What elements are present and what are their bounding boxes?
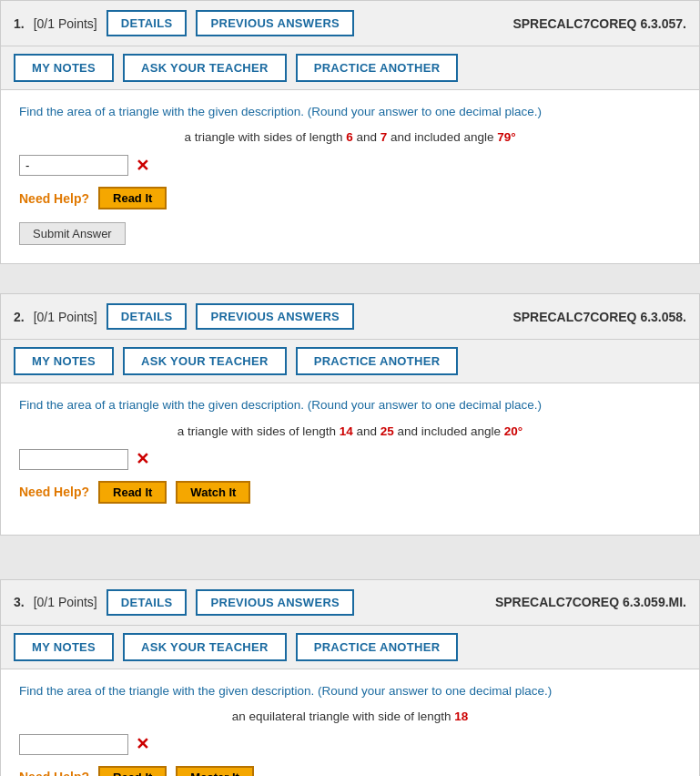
details-button-1[interactable]: DETAILS	[107, 10, 188, 36]
side2-1: 7	[380, 130, 388, 144]
question-1-points: [0/1 Points]	[34, 16, 97, 31]
side2-2: 25	[380, 424, 394, 438]
answer-input-3[interactable]	[19, 734, 128, 755]
submit-row-1: Submit Answer	[19, 222, 681, 245]
practice-another-button-1[interactable]: PRACTICE ANOTHER	[296, 54, 459, 82]
previous-answers-button-3[interactable]: PREVIOUS ANSWERS	[196, 589, 354, 616]
need-help-label-3: Need Help?	[19, 770, 89, 776]
problem-id-1: SPRECALC7COREQ 6.3.057.	[512, 16, 686, 31]
question-2-number: 2.	[14, 310, 25, 324]
wrong-mark-3: ✕	[136, 734, 149, 754]
read-it-button-1[interactable]: Read It	[98, 187, 167, 209]
previous-answers-button-2[interactable]: PREVIOUS ANSWERS	[196, 303, 354, 330]
ask-teacher-button-2[interactable]: ASK YOUR TEACHER	[123, 347, 287, 375]
separator-1	[0, 279, 700, 293]
question-2-header: 2. [0/1 Points] DETAILS PREVIOUS ANSWERS…	[1, 294, 699, 340]
problem-body-2: Find the area of a triangle with the giv…	[1, 383, 699, 534]
question-3-points: [0/1 Points]	[34, 595, 97, 609]
need-help-row-3: Need Help? Read It Master It	[19, 766, 681, 776]
need-help-row-2: Need Help? Read It Watch It	[19, 481, 681, 504]
practice-another-button-2[interactable]: PRACTICE ANOTHER	[296, 347, 459, 375]
problem-body-3: Find the area of the triangle with the g…	[1, 669, 699, 777]
ask-teacher-button-3[interactable]: ASK YOUR TEACHER	[123, 633, 287, 661]
angle-2: 20°	[504, 424, 522, 438]
and-text-1: and	[357, 130, 380, 144]
triangle-desc-label-3: an equilateral triangle with side of len…	[232, 710, 455, 723]
question-1-number: 1.	[14, 16, 25, 31]
problem-text-2: Find the area of a triangle with the giv…	[19, 396, 681, 414]
answer-row-3: ✕	[19, 734, 681, 755]
triangle-desc-1: a triangle with sides of length 6 and 7 …	[19, 130, 681, 144]
question-3-number: 3.	[14, 595, 25, 609]
separator-2	[0, 550, 700, 565]
need-help-label-1: Need Help?	[19, 191, 89, 206]
submit-button-1[interactable]: Submit Answer	[19, 222, 126, 245]
problem-id-2: SPRECALC7COREQ 6.3.058.	[512, 310, 686, 324]
watch-it-button-2[interactable]: Watch It	[176, 481, 250, 504]
master-it-button-3[interactable]: Master It	[176, 766, 253, 776]
action-bar-2: MY NOTES ASK YOUR TEACHER PRACTICE ANOTH…	[1, 340, 699, 383]
answer-row-1: ✕	[19, 155, 681, 176]
side-eq-3: 18	[454, 710, 468, 723]
need-help-row-1: Need Help? Read It	[19, 187, 681, 209]
triangle-desc-label-1: a triangle with sides of length	[184, 130, 346, 144]
previous-answers-button-1[interactable]: PREVIOUS ANSWERS	[196, 10, 354, 36]
question-3: 3. [0/1 Points] DETAILS PREVIOUS ANSWERS…	[0, 579, 700, 777]
wrong-mark-2: ✕	[136, 449, 149, 469]
problem-body-1: Find the area of a triangle with the giv…	[1, 90, 699, 263]
answer-input-2[interactable]	[19, 449, 128, 470]
angle-label-1: and included angle	[391, 130, 497, 144]
details-button-3[interactable]: DETAILS	[107, 589, 188, 616]
ask-teacher-button-1[interactable]: ASK YOUR TEACHER	[123, 54, 287, 82]
question-3-header: 3. [0/1 Points] DETAILS PREVIOUS ANSWERS…	[1, 580, 699, 626]
triangle-desc-label-2: a triangle with sides of length	[178, 424, 340, 438]
my-notes-button-3[interactable]: MY NOTES	[14, 633, 114, 661]
action-bar-3: MY NOTES ASK YOUR TEACHER PRACTICE ANOTH…	[1, 626, 699, 669]
and-text-2: and	[357, 424, 380, 438]
question-2-points: [0/1 Points]	[34, 310, 97, 324]
road-it-button-2[interactable]: Read It	[98, 481, 167, 504]
details-button-2[interactable]: DETAILS	[107, 303, 188, 330]
problem-text-3: Find the area of the triangle with the g…	[19, 682, 681, 700]
my-notes-button-2[interactable]: MY NOTES	[14, 347, 114, 375]
question-1-header: 1. [0/1 Points] DETAILS PREVIOUS ANSWERS…	[1, 1, 699, 46]
my-notes-button-1[interactable]: MY NOTES	[14, 54, 114, 82]
wrong-mark-1: ✕	[136, 156, 149, 176]
angle-label-2: and included angle	[398, 424, 504, 438]
triangle-desc-3: an equilateral triangle with side of len…	[19, 710, 681, 723]
question-1: 1. [0/1 Points] DETAILS PREVIOUS ANSWERS…	[0, 0, 700, 264]
need-help-label-2: Need Help?	[19, 485, 89, 499]
problem-id-3: SPRECALC7COREQ 6.3.059.MI.	[495, 595, 686, 609]
action-bar-1: MY NOTES ASK YOUR TEACHER PRACTICE ANOTH…	[1, 46, 699, 90]
separator-3	[0, 565, 700, 579]
answer-row-2: ✕	[19, 449, 681, 470]
side1-1: 6	[346, 130, 353, 144]
triangle-desc-2: a triangle with sides of length 14 and 2…	[19, 424, 681, 438]
answer-input-1[interactable]	[19, 155, 128, 176]
question-2: 2. [0/1 Points] DETAILS PREVIOUS ANSWERS…	[0, 293, 700, 535]
angle-1: 79°	[497, 130, 515, 144]
problem-text-1: Find the area of a triangle with the giv…	[19, 103, 681, 121]
side1-2: 14	[340, 424, 353, 438]
practice-another-button-3[interactable]: PRACTICE ANOTHER	[296, 633, 459, 661]
read-it-button-3[interactable]: Read It	[98, 766, 167, 776]
